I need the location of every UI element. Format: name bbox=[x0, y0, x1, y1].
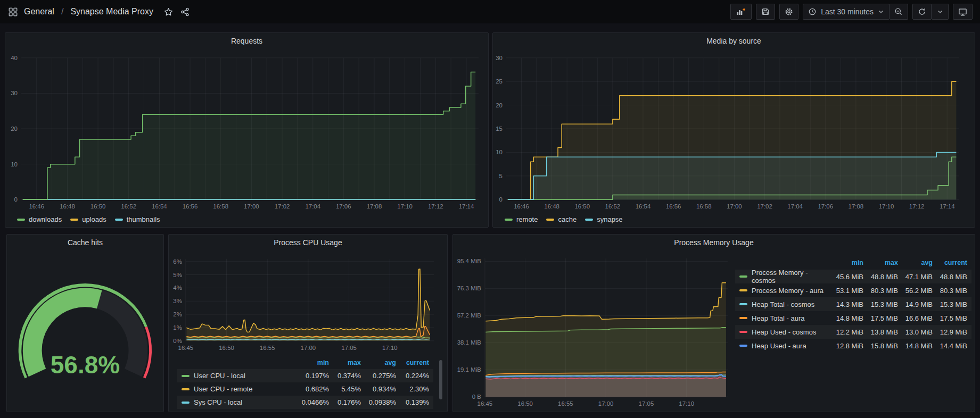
legend-item[interactable]: uploads bbox=[70, 215, 106, 223]
legend-item[interactable]: downloads bbox=[17, 215, 62, 223]
gear-icon bbox=[785, 7, 793, 16]
series-toggle[interactable]: Heap Total - cosmos bbox=[739, 300, 828, 308]
clock-icon bbox=[808, 7, 817, 16]
add-panel-button[interactable] bbox=[730, 4, 752, 20]
panel-title-requests[interactable]: Requests bbox=[5, 33, 488, 49]
stat-current: 0.224% bbox=[396, 372, 429, 380]
panel-title-cache-hits[interactable]: Cache hits bbox=[7, 235, 163, 250]
panel-title-cpu[interactable]: Process CPU Usage bbox=[169, 235, 447, 250]
panel-title-media[interactable]: Media by source bbox=[493, 33, 975, 49]
refresh-button[interactable] bbox=[912, 4, 932, 20]
series-toggle[interactable]: User CPU - local bbox=[182, 372, 294, 380]
legend-header-max[interactable]: max bbox=[863, 259, 898, 266]
svg-text:20: 20 bbox=[496, 102, 503, 108]
series-toggle[interactable]: Heap Used - cosmos bbox=[739, 328, 828, 336]
legend-header-min[interactable]: min bbox=[294, 359, 329, 366]
refresh-interval-dropdown[interactable] bbox=[932, 4, 949, 20]
save-dashboard-button[interactable] bbox=[756, 4, 775, 20]
svg-text:16:58: 16:58 bbox=[696, 203, 712, 210]
series-label: User CPU - remote bbox=[194, 385, 253, 393]
time-range-picker[interactable]: Last 30 minutes bbox=[803, 4, 890, 20]
legend-scrollbar[interactable] bbox=[439, 360, 442, 399]
requests-chart[interactable]: 01020304016:4616:4816:5016:5216:5416:561… bbox=[5, 33, 488, 227]
breadcrumb-dashboard-title[interactable]: Synapse Media Proxy bbox=[70, 7, 153, 16]
svg-text:17:00: 17:00 bbox=[598, 400, 614, 407]
nav-bar: General / Synapse Media Proxy bbox=[0, 0, 980, 23]
svg-text:15: 15 bbox=[496, 126, 503, 132]
series-color-swatch bbox=[739, 317, 747, 319]
legend-header-current[interactable]: current bbox=[933, 259, 967, 266]
svg-text:38.1 MiB: 38.1 MiB bbox=[457, 339, 482, 346]
svg-text:10: 10 bbox=[496, 149, 503, 155]
star-icon[interactable] bbox=[163, 6, 174, 18]
legend-item[interactable]: thumbnails bbox=[115, 215, 160, 223]
svg-text:17:05: 17:05 bbox=[341, 345, 357, 351]
stat-current: 12.9 MiB bbox=[933, 328, 967, 336]
svg-text:25: 25 bbox=[496, 78, 503, 85]
svg-text:0 B: 0 B bbox=[472, 394, 482, 400]
panel-cache-hits: Cache hits 56.8% bbox=[6, 234, 164, 412]
panel-process-cpu: Process CPU Usage 0%1%2%3%4%5%6%16:4516:… bbox=[168, 234, 448, 412]
series-color-swatch bbox=[585, 219, 593, 221]
legend-table-row: Heap Total - aura 14.8 MiB 17.5 MiB 16.6… bbox=[735, 311, 971, 325]
series-toggle[interactable]: Heap Total - aura bbox=[739, 314, 828, 322]
legend-header-avg[interactable]: avg bbox=[898, 259, 933, 266]
legend-item[interactable]: cache bbox=[546, 215, 577, 223]
svg-text:16:50: 16:50 bbox=[517, 400, 533, 407]
svg-text:30: 30 bbox=[11, 90, 18, 96]
cpu-legend-header: min max avg current bbox=[177, 356, 433, 369]
legend-table-row: Process Memory - cosmos 45.6 MiB 48.8 Mi… bbox=[735, 270, 971, 283]
dashboards-grid-icon[interactable] bbox=[7, 6, 19, 18]
svg-text:17:12: 17:12 bbox=[428, 203, 443, 210]
svg-text:16:56: 16:56 bbox=[183, 203, 198, 210]
legend-header-avg[interactable]: avg bbox=[361, 359, 396, 366]
series-color-swatch bbox=[739, 303, 747, 305]
stat-max: 0.374% bbox=[329, 372, 361, 380]
series-toggle[interactable]: Process Memory - cosmos bbox=[739, 269, 828, 285]
svg-text:0%: 0% bbox=[173, 338, 182, 344]
kiosk-mode-button[interactable] bbox=[953, 4, 973, 20]
legend-header-max[interactable]: max bbox=[329, 359, 361, 366]
series-color-swatch bbox=[739, 289, 747, 291]
svg-text:16:56: 16:56 bbox=[666, 203, 681, 210]
svg-text:16:55: 16:55 bbox=[558, 400, 573, 407]
legend-table-row: Heap Total - cosmos 14.3 MiB 15.3 MiB 14… bbox=[735, 297, 971, 311]
stat-avg: 0.934% bbox=[361, 385, 396, 393]
series-toggle[interactable]: User CPU - remote bbox=[182, 385, 294, 393]
series-toggle[interactable]: Process Memory - aura bbox=[739, 287, 828, 295]
svg-text:17:12: 17:12 bbox=[909, 203, 925, 210]
share-icon[interactable] bbox=[179, 6, 191, 18]
legend-header-min[interactable]: min bbox=[828, 259, 863, 266]
series-toggle[interactable]: Heap Used - aura bbox=[739, 342, 828, 350]
svg-text:16:54: 16:54 bbox=[152, 203, 167, 210]
series-label: Process Memory - aura bbox=[752, 287, 823, 295]
stat-max: 15.8 MiB bbox=[863, 342, 898, 350]
svg-text:16:52: 16:52 bbox=[605, 203, 621, 210]
cache-hits-gauge[interactable] bbox=[7, 235, 163, 412]
dashboard-settings-button[interactable] bbox=[779, 4, 798, 20]
series-label: uploads bbox=[82, 215, 106, 223]
panel-title-memory[interactable]: Process Memory Usage bbox=[453, 235, 975, 250]
legend-item[interactable]: synapse bbox=[585, 215, 622, 223]
panel-media-by-source: Media by source 05101520253016:4616:4816… bbox=[492, 32, 975, 228]
svg-text:17:02: 17:02 bbox=[275, 203, 290, 210]
svg-text:1%: 1% bbox=[173, 324, 182, 331]
series-label: Heap Total - aura bbox=[752, 314, 805, 322]
zoom-out-button[interactable] bbox=[890, 4, 908, 20]
series-label: Sys CPU - local bbox=[194, 398, 242, 406]
breadcrumb-folder[interactable]: General bbox=[24, 7, 54, 16]
svg-text:40: 40 bbox=[11, 55, 18, 61]
media-by-source-chart[interactable]: 05101520253016:4616:4816:5016:5216:5416:… bbox=[493, 33, 975, 227]
series-color-swatch bbox=[739, 275, 747, 278]
svg-text:16:50: 16:50 bbox=[219, 345, 234, 351]
svg-text:17:10: 17:10 bbox=[879, 203, 894, 210]
series-toggle[interactable]: Sys CPU - local bbox=[182, 398, 294, 406]
legend-item[interactable]: remote bbox=[505, 215, 538, 223]
stat-current: 17.5 MiB bbox=[933, 314, 967, 322]
legend-header-current[interactable]: current bbox=[396, 359, 429, 366]
series-color-swatch bbox=[182, 402, 190, 404]
svg-text:57.2 MiB: 57.2 MiB bbox=[457, 312, 482, 319]
series-color-swatch bbox=[17, 219, 25, 221]
stat-avg: 16.6 MiB bbox=[898, 314, 933, 322]
svg-text:16:55: 16:55 bbox=[260, 345, 275, 351]
